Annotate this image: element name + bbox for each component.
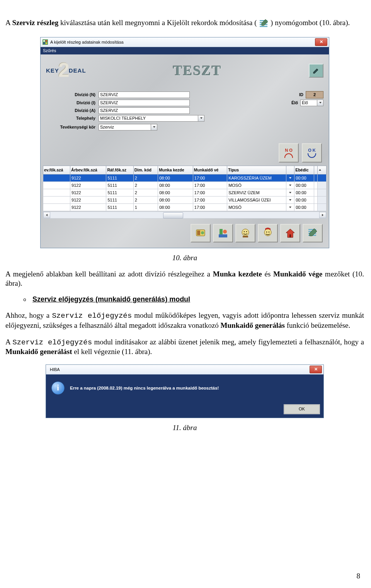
table-cell[interactable]: 5111	[106, 196, 133, 203]
chevron-down-icon[interactable]	[286, 189, 294, 196]
table-cell[interactable]: 00:00	[294, 189, 314, 196]
chevron-down-icon[interactable]	[286, 196, 294, 203]
grid-header[interactable]	[314, 166, 317, 174]
chevron-down-icon[interactable]	[151, 124, 157, 130]
table-cell[interactable]: SZERVIZ ÜZEM	[227, 189, 286, 196]
table-cell[interactable]: 9122	[70, 203, 106, 211]
input-divizio-n[interactable]	[99, 92, 190, 98]
error-ok-button[interactable]: OK	[284, 405, 320, 414]
caption-11: 11. ábra	[5, 424, 364, 432]
table-row[interactable]: 91225111208:0017:00KAROSSZÉRIA ÜZEM00:00	[43, 174, 327, 181]
scroll-left-button[interactable]	[43, 212, 50, 218]
table-cell[interactable]	[43, 174, 70, 181]
table-cell[interactable]: 5111	[106, 174, 133, 181]
table-cell[interactable]: 2	[133, 196, 158, 203]
window-close-button[interactable]: ✕	[315, 38, 327, 46]
table-cell[interactable]	[43, 181, 70, 189]
error-close-button[interactable]: ✕	[310, 366, 322, 373]
combo-telephely[interactable]	[99, 115, 204, 122]
grid-header[interactable]: Dim. kód	[133, 166, 158, 174]
table-cell[interactable]: MOSÓ	[227, 181, 286, 189]
grid-header[interactable]: Ráf.fők.sz	[106, 166, 133, 174]
table-cell[interactable]	[314, 174, 317, 181]
table-cell[interactable]: MOSÓ	[227, 203, 286, 211]
data-grid[interactable]: ev.fők.száÁrbev.fők.száRáf.fők.szDim. kó…	[43, 166, 327, 211]
iconbar-btn-2[interactable]	[213, 224, 233, 242]
grid-header[interactable]: ev.fők.szá	[43, 166, 70, 174]
table-cell[interactable]: 08:00	[158, 189, 193, 196]
ok-button[interactable]: O K	[302, 143, 322, 163]
horizontal-scrollbar[interactable]	[43, 212, 327, 219]
table-cell[interactable]	[314, 196, 317, 203]
table-cell[interactable]: KAROSSZÉRIA ÜZEM	[227, 174, 286, 181]
table-cell[interactable]	[43, 203, 70, 211]
input-tevekenyseg[interactable]	[99, 124, 151, 130]
scroll-track[interactable]	[50, 212, 319, 218]
table-cell[interactable]: 08:00	[158, 181, 193, 189]
table-cell[interactable]	[43, 189, 70, 196]
table-cell[interactable]: 9122	[70, 189, 106, 196]
scroll-thumb[interactable]	[163, 212, 183, 219]
table-cell[interactable]	[314, 181, 317, 189]
chevron-down-icon[interactable]	[198, 115, 204, 122]
table-cell[interactable]	[43, 196, 70, 203]
grid-header[interactable]	[286, 166, 294, 174]
grid-header[interactable]: Árbev.fők.szá	[70, 166, 106, 174]
input-telephely[interactable]	[99, 115, 198, 122]
chevron-down-icon[interactable]	[286, 181, 294, 189]
table-cell[interactable]: 17:00	[193, 181, 227, 189]
iconbar-btn-4[interactable]	[258, 224, 278, 242]
table-cell[interactable]: 1	[133, 203, 158, 211]
table-row[interactable]: 91225111208:0017:00MOSÓ00:00	[43, 181, 327, 189]
table-cell[interactable]: VILLAMOSSÁGI ÜZEI	[227, 196, 286, 203]
table-cell[interactable]: 08:00	[158, 174, 193, 181]
chevron-down-icon[interactable]	[317, 100, 323, 106]
chevron-down-icon[interactable]	[286, 174, 294, 181]
grid-header[interactable]: Munka kezde	[158, 166, 193, 174]
edit-banner-button[interactable]	[309, 64, 323, 78]
table-row[interactable]: 91225111108:0017:00MOSÓ00:00	[43, 203, 327, 211]
table-cell[interactable]: 9122	[70, 174, 106, 181]
table-cell[interactable]: 00:00	[294, 196, 314, 203]
iconbar-btn-5[interactable]	[280, 224, 300, 242]
no-button[interactable]: N O	[279, 143, 299, 163]
titlebar-app-icon	[42, 39, 48, 45]
table-row[interactable]: 91225111208:0017:00SZERVIZ ÜZEM00:00	[43, 189, 327, 196]
table-cell[interactable]: 5111	[106, 203, 133, 211]
table-cell[interactable]: 9122	[70, 181, 106, 189]
input-divizio-i[interactable]	[99, 100, 190, 106]
table-cell[interactable]: 5111	[106, 181, 133, 189]
combo-tevekenyseg[interactable]	[99, 124, 157, 130]
table-cell[interactable]: 08:00	[158, 196, 193, 203]
input-divizio-a[interactable]	[99, 107, 190, 114]
table-cell[interactable]: 17:00	[193, 203, 227, 211]
iconbar-btn-3[interactable]	[235, 224, 255, 242]
table-cell[interactable]: 17:00	[193, 174, 227, 181]
table-cell[interactable]: 9122	[70, 196, 106, 203]
table-cell[interactable]: 17:00	[193, 189, 227, 196]
table-row[interactable]: 91225111208:0017:00VILLAMOSSÁGI ÜZEI00:0…	[43, 196, 327, 203]
iconbar-btn-6[interactable]	[303, 224, 323, 242]
table-cell[interactable]: 2	[133, 189, 158, 196]
combo-elo[interactable]	[300, 100, 323, 106]
grid-header[interactable]: Ebédic	[294, 166, 314, 174]
table-cell[interactable]: 08:00	[158, 203, 193, 211]
grid-header[interactable]: Munkaidő vé	[193, 166, 227, 174]
table-cell[interactable]: 2	[133, 181, 158, 189]
table-cell[interactable]	[314, 203, 317, 211]
input-elo[interactable]	[300, 100, 317, 106]
svg-point-20	[266, 231, 267, 232]
chevron-down-icon[interactable]	[286, 203, 294, 211]
scroll-right-button[interactable]	[319, 212, 326, 218]
table-cell[interactable]: 00:00	[294, 203, 314, 211]
table-cell[interactable]: 2	[133, 174, 158, 181]
label-telephely: Telephely	[46, 116, 99, 120]
table-cell[interactable]: 17:00	[193, 196, 227, 203]
menu-szures[interactable]: Szűrés	[43, 48, 56, 53]
table-cell[interactable]: 00:00	[294, 174, 314, 181]
iconbar-btn-1[interactable]	[191, 224, 211, 242]
table-cell[interactable]: 5111	[106, 189, 133, 196]
table-cell[interactable]	[314, 189, 317, 196]
grid-header[interactable]: Típus	[227, 166, 286, 174]
table-cell[interactable]: 00:00	[294, 181, 314, 189]
